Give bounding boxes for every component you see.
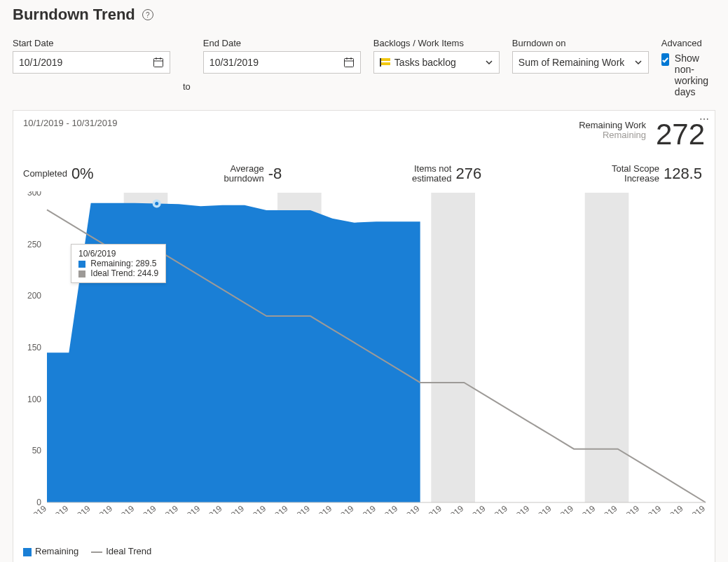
- card-more-icon[interactable]: ⋯: [699, 114, 710, 125]
- completed-stat: Completed 0%: [23, 164, 94, 183]
- remaining-work-sublabel: Remaining: [579, 130, 646, 140]
- legend-ideal-label: Ideal Trend: [106, 546, 151, 556]
- date-range-text: 10/1/2019 - 10/31/2019: [23, 118, 117, 128]
- remaining-work-value: 272: [656, 118, 705, 151]
- burndown-on-dropdown[interactable]: Sum of Remaining Work: [512, 51, 649, 74]
- tooltip-ideal-label: Ideal Trend:: [90, 268, 135, 278]
- chevron-down-icon: [634, 58, 643, 67]
- items-not-estimated-label: Items not estimated: [412, 164, 451, 183]
- svg-text:10/1/2019: 10/1/2019: [23, 504, 48, 514]
- start-date-input[interactable]: 10/1/2019: [13, 51, 170, 74]
- calendar-icon: [343, 57, 355, 68]
- legend-ideal-swatch: [91, 551, 102, 553]
- svg-rect-11: [585, 193, 629, 502]
- backlogs-dropdown[interactable]: Tasks backlog: [373, 51, 500, 74]
- start-date-label: Start Date: [13, 38, 170, 48]
- svg-text:200: 200: [27, 292, 41, 301]
- tooltip-remaining-swatch: [78, 261, 85, 268]
- tooltip-remaining-label: Remaining:: [90, 259, 133, 268]
- chart-legend: Remaining Ideal Trend: [23, 546, 705, 556]
- scope-increase-value: 128.5: [664, 165, 702, 183]
- svg-text:250: 250: [27, 240, 41, 249]
- chevron-down-icon: [485, 58, 493, 67]
- end-date-value: 10/31/2019: [210, 57, 259, 68]
- controls-row: Start Date 10/1/2019 to End Date 10/31/2…: [13, 38, 715, 97]
- remaining-work-stat: Remaining Work Remaining 272: [579, 118, 705, 151]
- burndown-chart: 05010015020025030010/1/201910/2/201910/3…: [23, 191, 705, 514]
- legend-remaining-swatch: [23, 548, 32, 556]
- legend-remaining-label: Remaining: [35, 546, 78, 556]
- avg-burndown-stat: Average burndown -8: [224, 164, 282, 183]
- chart-tooltip: 10/6/2019 Remaining: 289.5 Ideal Trend: …: [71, 244, 166, 283]
- start-date-value: 10/1/2019: [19, 57, 62, 68]
- burndown-card: ⋯ 10/1/2019 - 10/31/2019 Remaining Work …: [13, 110, 715, 562]
- end-date-group: End Date 10/31/2019: [203, 38, 361, 74]
- calendar-icon: [153, 57, 164, 68]
- page-title: Burndown Trend: [13, 6, 135, 24]
- svg-rect-10: [431, 193, 475, 502]
- svg-text:50: 50: [32, 446, 42, 456]
- show-nonworking-label: Show non-working days: [675, 53, 715, 97]
- burndown-on-value: Sum of Remaining Work: [518, 57, 624, 68]
- advanced-label: Advanced: [661, 38, 715, 48]
- tooltip-ideal-swatch: [78, 270, 85, 277]
- svg-text:300: 300: [27, 191, 41, 198]
- items-not-estimated-stat: Items not estimated 276: [412, 164, 481, 183]
- backlogs-group: Backlogs / Work Items Tasks backlog: [373, 38, 500, 74]
- avg-burndown-label: Average burndown: [224, 164, 264, 183]
- tooltip-date: 10/6/2019: [78, 249, 158, 259]
- backlogs-label: Backlogs / Work Items: [373, 38, 500, 48]
- end-date-input[interactable]: 10/31/2019: [203, 51, 361, 74]
- advanced-group: Advanced Show non-working days: [661, 38, 715, 97]
- avg-burndown-value: -8: [268, 165, 282, 183]
- checkbox-checked-icon: [661, 53, 669, 66]
- show-nonworking-checkbox[interactable]: Show non-working days: [661, 53, 715, 97]
- tooltip-ideal-value: 244.9: [137, 268, 158, 278]
- burndown-on-label: Burndown on: [512, 38, 649, 48]
- start-date-group: Start Date 10/1/2019: [13, 38, 170, 74]
- scope-increase-stat: Total Scope Increase 128.5: [612, 164, 702, 183]
- svg-rect-0: [154, 59, 163, 67]
- tooltip-remaining-value: 289.5: [135, 259, 156, 268]
- chart-svg: 05010015020025030010/1/201910/2/201910/3…: [23, 191, 710, 514]
- end-date-label: End Date: [203, 38, 361, 48]
- completed-value: 0%: [71, 165, 94, 183]
- help-icon[interactable]: ?: [142, 9, 153, 20]
- svg-rect-4: [344, 59, 353, 67]
- svg-point-21: [155, 202, 158, 205]
- svg-text:100: 100: [27, 395, 41, 404]
- remaining-work-label: Remaining Work: [579, 121, 646, 130]
- svg-text:150: 150: [27, 343, 41, 352]
- scope-increase-label: Total Scope Increase: [612, 164, 659, 183]
- items-not-estimated-value: 276: [455, 165, 481, 183]
- completed-label: Completed: [23, 169, 67, 179]
- to-label: to: [183, 75, 191, 97]
- tasks-backlog-icon: [380, 58, 390, 67]
- burndown-on-group: Burndown on Sum of Remaining Work: [512, 38, 649, 74]
- backlogs-value: Tasks backlog: [394, 57, 456, 68]
- page-header: Burndown Trend ?: [13, 6, 715, 24]
